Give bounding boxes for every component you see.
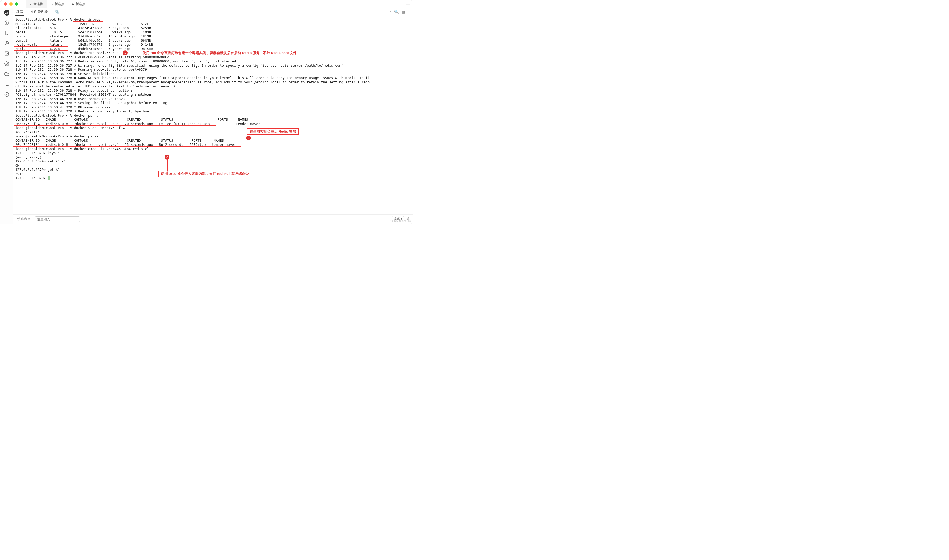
sidebar: ET [0, 8, 13, 223]
titlebar-right: — [406, 2, 410, 6]
close-icon[interactable] [4, 2, 7, 6]
maximize-icon[interactable] [15, 2, 18, 6]
terminal-line: (empty array) [15, 155, 411, 160]
terminal-line: 1:C 17 Feb 2024 13:50:36.727 # Warning: … [15, 63, 411, 68]
terminal-line: redis 7.0.15 5ce315072bde 5 weeks ago 14… [15, 30, 411, 34]
logo-icon[interactable]: ET [4, 10, 9, 15]
body: ET 终端 文件管理器 📎 ⤢ 🔍 ▦ ⊞ ideal@ [0, 8, 413, 223]
terminal-line: nginx stable-perl 97d78ce5c375 10 months… [15, 34, 411, 38]
svg-point-5 [6, 52, 6, 53]
annotation-2: 在当前控制台重启 Redis 容器 [247, 128, 298, 135]
image-icon[interactable] [4, 51, 9, 56]
traffic-lights [3, 2, 18, 6]
terminal-line: 1:C 17 Feb 2024 13:50:36.727 # Redis ver… [15, 59, 411, 63]
search-icon[interactable]: 🔍 [394, 10, 398, 14]
tab-add-button[interactable]: ＋ [89, 2, 98, 6]
terminal-line: 20dc74398f84 redis:6.0.8 "docker-entrypo… [15, 143, 411, 147]
terminal-line: ideal@idealdeMacBook-Pro ~ % docker exec… [15, 147, 411, 151]
terminal-line: 20dc74398f84 [15, 130, 411, 134]
titlebar: 2. 新连接 3. 新连接 4. 新连接 ＋ — [0, 0, 413, 8]
list-icon[interactable] [4, 82, 9, 87]
badge-1: 1 [123, 50, 128, 55]
terminal-line: hello-world latest 18e5af790473 2 years … [15, 43, 411, 47]
terminal-line: 1:M 17 Feb 2024 13:50:44.326 # User requ… [15, 97, 411, 101]
toolbar: 终端 文件管理器 📎 ⤢ 🔍 ▦ ⊞ [13, 8, 413, 16]
terminal-line: bitnami/kafka 3.6.1 41c34945188d 5 days … [15, 26, 411, 30]
terminal-line: 1:M 17 Feb 2024 13:50:44.329 * DB saved … [15, 105, 411, 109]
grid-icon[interactable]: ▦ [401, 10, 405, 14]
terminal-line: ideal@idealdeMacBook-Pro ~ % docker star… [15, 126, 411, 130]
watermark: CSDN @ideal-cs [390, 220, 411, 222]
minimize-icon[interactable] [9, 2, 13, 6]
main: 终端 文件管理器 📎 ⤢ 🔍 ▦ ⊞ ideal@idealdeMacBook-… [13, 8, 413, 223]
tab-3[interactable]: 3. 新连接 [47, 0, 68, 8]
tab-file-manager[interactable]: 文件管理器 [29, 8, 49, 15]
bookmark-icon[interactable] [4, 31, 9, 36]
terminal-line: CONTAINER ID IMAGE COMMAND CREATED STATU… [15, 138, 411, 143]
terminal-line: 1:M 17 Feb 2024 13:50:36.728 * Running m… [15, 68, 411, 72]
terminal-line: x this issue run the command 'echo madvi… [15, 80, 411, 85]
attachment-icon[interactable]: 📎 [54, 9, 60, 15]
cloud-icon[interactable] [4, 71, 9, 77]
terminal-line: CONTAINER ID IMAGE COMMAND CREATED STATU… [15, 117, 411, 122]
svg-point-6 [6, 63, 7, 65]
terminal-line: REPOSITORY TAG IMAGE ID CREATED SIZE [15, 22, 411, 26]
fullscreen-icon[interactable]: ⤢ [388, 10, 391, 14]
dash-icon[interactable]: — [406, 2, 410, 6]
terminal-line: ideal@idealdeMacBook-Pro ~ % docker ps -… [15, 114, 411, 118]
app-window: 2. 新连接 3. 新连接 4. 新连接 ＋ — ET 终端 文件管理器 📎 [0, 0, 413, 224]
terminal-line: 1:M 17 Feb 2024 13:50:44.329 # Redis is … [15, 109, 411, 114]
info-icon[interactable] [4, 92, 9, 97]
badge-2: 2 [246, 135, 251, 140]
settings-icon[interactable] [4, 61, 9, 66]
tab-bar: 2. 新连接 3. 新连接 4. 新连接 ＋ [26, 0, 98, 8]
terminal-line: 1:M 17 Feb 2024 13:50:36.728 # Server in… [15, 72, 411, 76]
tab-2[interactable]: 2. 新连接 [26, 0, 47, 8]
tab-4[interactable]: 4. 新连接 [68, 0, 89, 8]
tab-terminal[interactable]: 终端 [15, 8, 25, 15]
annotation-3-line [167, 157, 168, 172]
terminal-line: ideal@idealdeMacBook-Pro ~ % docker ps -… [15, 134, 411, 138]
annotation-1: 使用 run 命令直接简单创建一个容器实例，容器会默认后台启动 Redis 服务… [140, 50, 299, 56]
layout-icon[interactable]: ⊞ [408, 10, 411, 14]
cursor-icon [48, 177, 50, 180]
history-icon[interactable] [4, 41, 9, 46]
terminal-line: tomcat latest b64abfdee99c 2 years ago 6… [15, 38, 411, 43]
terminal-line: 1:M 17 Feb 2024 13:50:36.728 # WARNING y… [15, 76, 411, 80]
terminal-line: ideal@idealdeMacBook-Pro ~ % docker imag… [15, 17, 411, 22]
statusbar: 快速命令 编码 ▾ ⓘ [13, 214, 413, 223]
badge-3: 3 [165, 155, 169, 160]
toolbar-right: ⤢ 🔍 ▦ ⊞ [388, 10, 411, 14]
terminal-line: 127.0.0.1:6379> set k1 v1 [15, 159, 411, 163]
batch-input[interactable] [35, 216, 80, 222]
terminal[interactable]: ideal@idealdeMacBook-Pro ~ % docker imag… [13, 16, 413, 214]
terminal-line: ot. Redis must be restarted after THP is… [15, 84, 411, 89]
add-circle-icon[interactable] [4, 20, 9, 26]
terminal-line: 20dc74398f84 redis:6.0.8 "docker-entrypo… [15, 122, 411, 126]
terminal-line: OK [15, 163, 411, 168]
quick-command[interactable]: 快速命令 [16, 216, 32, 222]
annotation-3: 使用 exec 命令进入容器内部，执行 redis-cli 客户端命令 [158, 171, 251, 177]
terminal-line: ^C1:signal-handler (1708177844) Received… [15, 92, 411, 97]
terminal-line: 1:M 17 Feb 2024 13:50:36.728 * Ready to … [15, 89, 411, 93]
terminal-line: 1:M 17 Feb 2024 13:50:44.326 * Saving th… [15, 101, 411, 105]
terminal-line: 127.0.0.1:6379> keys * [15, 151, 411, 155]
